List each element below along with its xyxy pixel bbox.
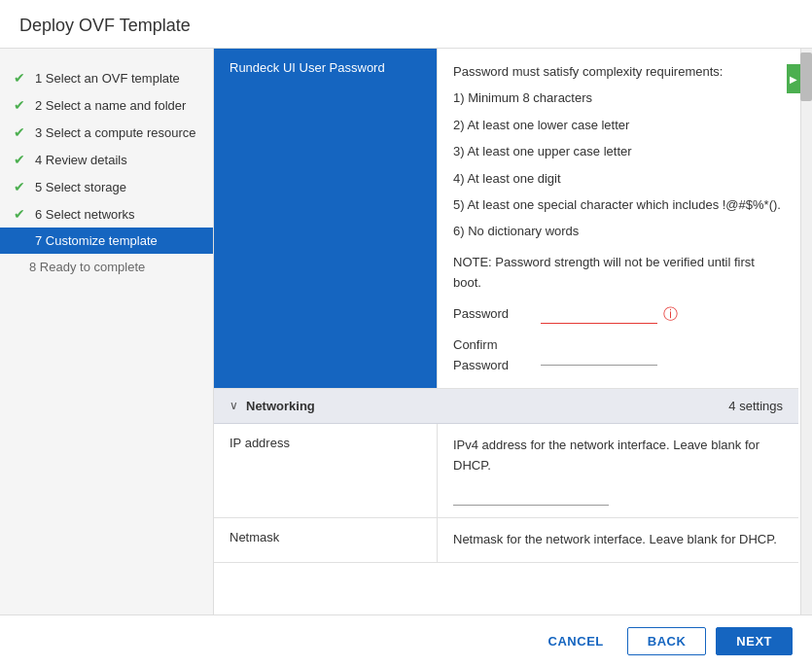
ip-address-row: IP address IPv4 address for the network …	[214, 424, 798, 518]
step5-label: 5 Select storage	[35, 180, 126, 194]
netmask-description-text: Netmask for the network interface. Leave…	[453, 532, 777, 546]
password-error-icon: ⓘ	[663, 302, 678, 326]
password-section-label: Rundeck UI User Password	[214, 49, 438, 388]
password-input-wrap: ⓘ	[541, 302, 678, 326]
step6-label: 6 Select networks	[35, 207, 135, 222]
back-button[interactable]: BACK	[627, 627, 707, 655]
check-icon-3: ✔	[14, 124, 29, 140]
chevron-down-icon: ∨	[229, 399, 238, 412]
check-icon-5: ✔	[14, 179, 29, 194]
confirm-password-label: Confirm Password	[453, 335, 541, 376]
networking-header[interactable]: ∨ Networking 4 settings	[214, 389, 798, 424]
ip-address-input[interactable]	[453, 486, 609, 506]
req-5: 5) At least one special character which …	[453, 193, 783, 216]
sidebar-item-step5[interactable]: ✔ 5 Select storage	[0, 173, 213, 200]
password-form-row: Password ⓘ	[453, 302, 783, 326]
step8-label: 8 Ready to complete	[29, 260, 145, 274]
scrollbar-thumb[interactable]	[800, 53, 812, 101]
req-2: 2) At least one lower case letter	[453, 114, 783, 136]
step1-label: 1 Select an OVF template	[35, 71, 180, 86]
req-4: 4) At least one digit	[453, 167, 783, 190]
check-icon-4: ✔	[14, 152, 29, 167]
ip-address-label: IP address	[214, 424, 438, 517]
password-section-description: Password must satisfy complexity require…	[438, 49, 798, 388]
sidebar: ✔ 1 Select an OVF template ✔ 2 Select a …	[0, 49, 214, 614]
step4-label: 4 Review details	[35, 153, 127, 167]
req-header: Password must satisfy complexity require…	[453, 60, 783, 83]
green-indicator: ▶	[787, 64, 800, 93]
req-1: 1) Minimum 8 characters	[453, 87, 783, 109]
ip-address-desc: IPv4 address for the network interface. …	[438, 424, 798, 517]
sidebar-item-step6[interactable]: ✔ 6 Select networks	[0, 200, 213, 228]
check-icon-1: ✔	[14, 70, 29, 86]
check-icon-2: ✔	[14, 97, 29, 113]
dialog-body: ✔ 1 Select an OVF template ✔ 2 Select a …	[0, 49, 812, 614]
sidebar-item-step7[interactable]: 7 Customize template	[0, 228, 213, 254]
password-input[interactable]	[541, 304, 657, 324]
networking-settings-count: 4 settings	[728, 399, 783, 413]
scrollbar-track[interactable]	[800, 49, 812, 614]
confirm-password-form-row: Confirm Password	[453, 335, 783, 376]
step2-label: 2 Select a name and folder	[35, 98, 186, 113]
sidebar-item-step1[interactable]: ✔ 1 Select an OVF template	[0, 64, 213, 91]
requirements-block: Password must satisfy complexity require…	[453, 60, 783, 243]
main-content: Rundeck UI User Password Password must s…	[214, 49, 812, 614]
netmask-desc: Netmask for the network interface. Leave…	[438, 518, 798, 562]
sidebar-item-step3[interactable]: ✔ 3 Select a compute resource	[0, 119, 213, 146]
netmask-row: Netmask Netmask for the network interfac…	[214, 518, 798, 563]
password-label: Password	[453, 304, 541, 325]
dialog-footer: CANCEL BACK NEXT	[0, 614, 812, 667]
green-arrow-icon: ▶	[790, 74, 797, 85]
confirm-password-input-wrap	[541, 346, 657, 366]
next-button[interactable]: NEXT	[716, 627, 793, 655]
confirm-password-input[interactable]	[541, 346, 657, 366]
dialog-title: Deploy OVF Template	[0, 0, 812, 49]
step3-label: 3 Select a compute resource	[35, 125, 195, 140]
req-6: 6) No dictionary words	[453, 220, 783, 242]
ip-address-description-text: IPv4 address for the network interface. …	[453, 438, 759, 473]
check-icon-6: ✔	[14, 206, 29, 222]
password-row: Rundeck UI User Password Password must s…	[214, 49, 798, 389]
cancel-button[interactable]: CANCEL	[535, 628, 618, 654]
networking-title: Networking	[246, 399, 728, 413]
password-note: NOTE: Password strength will not be veri…	[453, 253, 783, 294]
req-3: 3) At least one upper case letter	[453, 140, 783, 162]
sidebar-item-step4[interactable]: ✔ 4 Review details	[0, 146, 213, 173]
sidebar-item-step8[interactable]: 8 Ready to complete	[0, 254, 213, 280]
netmask-label: Netmask	[214, 518, 438, 562]
content-inner: Rundeck UI User Password Password must s…	[214, 49, 798, 563]
step7-label: 7 Customize template	[35, 233, 158, 248]
deploy-ovf-dialog: Deploy OVF Template ✔ 1 Select an OVF te…	[0, 0, 812, 667]
sidebar-item-step2[interactable]: ✔ 2 Select a name and folder	[0, 91, 213, 119]
